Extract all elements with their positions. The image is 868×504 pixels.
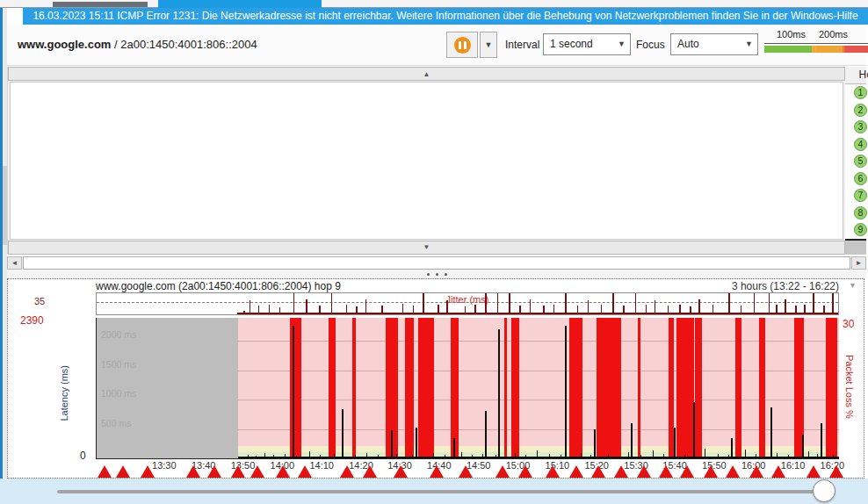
- scroll-down-button[interactable]: ▼: [8, 241, 845, 255]
- pause-dropdown-button[interactable]: ▼: [480, 32, 497, 58]
- target-address: www.google.com / 2a00:1450:4001:806::200…: [18, 38, 257, 51]
- table-row[interactable]: 85262001:4860:0:1::69a72001:4860:0:1::69…: [845, 205, 866, 222]
- table-horizontal-scrollbar[interactable]: ◄ ►: [7, 256, 866, 270]
- table-row[interactable]: 292532a02:8071:2b00::12a02:8071:2b00::13…: [845, 102, 866, 119]
- jitter-spike: [712, 305, 714, 314]
- jitter-spike: [293, 293, 295, 314]
- packet-loss-bar: [759, 318, 766, 458]
- hop-number-badge: 4: [854, 138, 867, 151]
- jitter-baseline: [237, 313, 838, 314]
- scroll-up-button[interactable]: ▲: [8, 67, 845, 81]
- alert-triangle-icon: [518, 465, 532, 478]
- jitter-spike: [346, 305, 348, 314]
- jitter-spike: [668, 306, 669, 314]
- jitter-spike: [832, 293, 834, 314]
- latency-sample-spike: [777, 453, 778, 458]
- jitter-spike: [381, 306, 383, 314]
- chevron-down-icon[interactable]: ▾: [850, 280, 855, 290]
- jitter-spike: [356, 306, 358, 314]
- interval-select[interactable]: 1 second▼: [543, 33, 631, 55]
- timeline-slider-track[interactable]: [57, 490, 828, 493]
- jitter-spike: [795, 306, 797, 314]
- table-row[interactable]: 390472a02:8071:20ff:2dd3::12a02:8071:20f…: [845, 119, 866, 136]
- alert-triangle-icon: [680, 465, 694, 478]
- arrow-right-icon: ►: [856, 259, 863, 267]
- latency-sample-spike: [396, 454, 397, 458]
- jitter-spike: [565, 293, 567, 314]
- latency-sample-spike: [728, 455, 729, 458]
- jitter-spike: [690, 306, 691, 314]
- graph-range-label[interactable]: 3 hours (13:22 - 16:22): [732, 280, 839, 292]
- table-row[interactable]: 490472001:730:2d00::5474:8015de-fra04d-r…: [845, 136, 866, 154]
- jitter-spike: [485, 293, 487, 314]
- alert-triangle-icon: [829, 465, 843, 478]
- packet-loss-bar: [329, 318, 336, 458]
- jitter-spike: [698, 299, 700, 314]
- jitter-axis-max: 35: [34, 296, 45, 306]
- alert-triangle-icon: [98, 465, 112, 478]
- jitter-spike: [250, 300, 251, 314]
- table-row[interactable]: 62262a00:1450:814c::12a00:1450:814c::159…: [845, 170, 866, 188]
- latency-sample-spike: [412, 455, 413, 458]
- latency-sample-spike: [433, 453, 434, 458]
- jitter-spike: [588, 300, 590, 314]
- jitter-threshold-line: [97, 302, 838, 303]
- pause-button[interactable]: [446, 32, 478, 58]
- latency-spike: [631, 423, 633, 458]
- table-vertical-scrollbar[interactable]: ▲ ▼: [7, 67, 845, 255]
- latency-sample-spike: [256, 456, 257, 458]
- jitter-spike: [438, 305, 439, 314]
- latency-spike: [293, 326, 294, 458]
- col-hop: Hop: [845, 67, 868, 83]
- scrollbar-thumb[interactable]: [23, 256, 850, 270]
- latency-sample-spike: [378, 455, 379, 458]
- table-row[interactable]: 9101202a00:1450:4001:806::2004www.google…: [845, 221, 866, 239]
- latency-sample-spike: [653, 450, 654, 458]
- hop-number-badge: 8: [854, 206, 867, 220]
- focus-value: Auto: [677, 38, 699, 50]
- scroll-right-button[interactable]: ►: [851, 256, 866, 270]
- latency-sample-spike: [608, 454, 609, 458]
- latency-spike: [802, 435, 804, 458]
- table-row[interactable]: 533302001:4860:1:1::cd22001:4860:1:1::cd…: [845, 153, 866, 170]
- table-row[interactable]: 72262001:4860:0:1::31662001:4860:0:1::31…: [845, 187, 866, 205]
- pause-icon: [454, 37, 471, 54]
- scrollbar-thumb[interactable]: [10, 82, 843, 240]
- packet-loss-bar: [735, 318, 742, 458]
- tab-active[interactable]: [158, 0, 322, 8]
- alert-triangle-icon: [591, 465, 605, 478]
- timeline-slider-thumb[interactable]: [813, 479, 835, 502]
- latency-sample-spike: [334, 454, 335, 458]
- graph-title: www.google.com (2a00:1450:4001:806::2004…: [96, 280, 341, 292]
- jitter-spike: [474, 305, 476, 314]
- tab-strip: [0, 0, 868, 8]
- arrow-left-icon: ◄: [11, 259, 18, 267]
- latency-axis-zero: 0: [80, 450, 86, 462]
- packet-loss-bar: [597, 318, 622, 458]
- scroll-left-button[interactable]: ◄: [7, 256, 22, 270]
- timeline-graph-panel: www.google.com (2a00:1450:4001:806::2004…: [7, 278, 864, 479]
- latency-sample-spike: [684, 455, 685, 458]
- hop-cell: 4: [845, 136, 868, 154]
- latency-timeline-plot[interactable]: 2000 ms1500 ms1000 ms500 ms: [96, 318, 839, 459]
- table-row[interactable]: 189532a02:8071:2b85:f180:10:18ff:fe63:33…: [845, 84, 866, 102]
- latency-sample-spike: [549, 454, 550, 458]
- interval-value: 1 second: [550, 38, 593, 50]
- table-header: Hop Count IP Name Avg Min Cur PL% 0 ms L…: [845, 67, 866, 84]
- jitter-spike: [446, 300, 448, 314]
- focus-select[interactable]: Auto▼: [670, 33, 758, 55]
- jitter-spike: [306, 299, 307, 314]
- jitter-spike: [754, 293, 756, 314]
- latency-sample-spike: [515, 453, 516, 458]
- pane-splitter[interactable]: [7, 270, 866, 278]
- latency-sample-spike: [628, 452, 629, 458]
- jitter-spike: [769, 293, 770, 314]
- arrow-down-icon: ▼: [423, 243, 430, 251]
- latency-spike: [485, 411, 487, 458]
- chevron-down-icon: ▼: [485, 40, 493, 49]
- latency-sample-spike: [248, 455, 249, 458]
- alert-triangle-icon: [276, 465, 290, 478]
- tab-inactive[interactable]: [53, 2, 148, 7]
- alert-triangle-icon: [637, 465, 651, 478]
- jitter-spike: [423, 293, 424, 314]
